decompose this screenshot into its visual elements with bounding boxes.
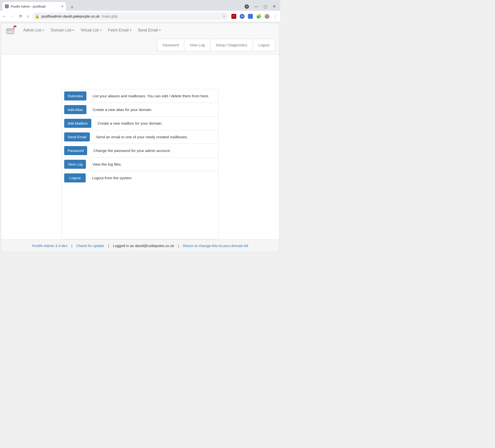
- extension-icon[interactable]: ✳: [240, 14, 245, 19]
- kebab-menu-icon[interactable]: ⋮: [273, 14, 278, 19]
- action-panel: Overview List your aliases and mailboxes…: [62, 89, 219, 239]
- logout-button[interactable]: Logout: [253, 39, 275, 51]
- url-field[interactable]: 🔒 postfixadmin.david.palepurple.co.uk/ma…: [32, 13, 228, 20]
- overview-button[interactable]: Overview: [64, 92, 86, 101]
- panel-row-overview: Overview List your aliases and mailboxes…: [62, 89, 219, 103]
- view-log-action-button[interactable]: View Log: [64, 160, 86, 169]
- tab-bar: Postfix Admin - postfixad × + ▾ — ▢ ✕: [0, 0, 280, 11]
- add-mailbox-desc: Create a new mailbox for your domain.: [98, 121, 163, 126]
- add-alias-desc: Create a new alias for your domain.: [93, 107, 152, 112]
- separator: |: [70, 244, 74, 248]
- extension-icons: 🛡 ✳ 🧩 ⋮: [231, 14, 278, 19]
- new-tab-button[interactable]: +: [68, 3, 76, 11]
- panel-row-password: Password Change the password for your ad…: [62, 144, 219, 157]
- window-controls: ▾ — ▢ ✕: [245, 4, 280, 11]
- page-body: Admin List Domain List Virtual List Fetc…: [1, 23, 279, 252]
- separator: |: [177, 244, 180, 248]
- send-email-button[interactable]: Send Email: [64, 132, 90, 142]
- tab-title: Postfix Admin - postfixad: [11, 5, 59, 8]
- extensions-puzzle-icon[interactable]: 🧩: [256, 14, 261, 19]
- version-link[interactable]: Postfix Admin 3.4-dev: [32, 244, 67, 248]
- nav-send-email[interactable]: Send Email: [138, 28, 161, 32]
- close-window-icon[interactable]: ✕: [273, 4, 276, 9]
- svg-rect-0: [7, 28, 14, 34]
- password-button[interactable]: Password: [157, 39, 185, 51]
- return-link[interactable]: Return to change-this-to-your.domain.tld: [183, 244, 248, 248]
- back-icon[interactable]: ←: [2, 14, 6, 19]
- tab-favicon: [5, 4, 9, 8]
- maximize-icon[interactable]: ▢: [264, 4, 267, 9]
- postfix-logo[interactable]: [5, 25, 17, 35]
- nav-virtual-list[interactable]: Virtual List: [81, 28, 102, 32]
- caret-down-icon: [100, 30, 102, 31]
- view-log-button[interactable]: View Log: [184, 39, 210, 51]
- view-log-desc: View the log files.: [92, 162, 122, 167]
- bookmark-star-icon[interactable]: ☆: [222, 14, 226, 19]
- main-content: Overview List your aliases and mailboxes…: [1, 55, 279, 239]
- panel-row-view-log: View Log View the log files.: [62, 157, 219, 171]
- footer: Postfix Admin 3.4-dev | Check for update…: [1, 239, 279, 252]
- caret-down-icon: [72, 30, 74, 31]
- extension-icon-2[interactable]: [248, 14, 253, 19]
- caret-down-icon: [159, 30, 161, 31]
- browser-chrome: Postfix Admin - postfixad × + ▾ — ▢ ✕ ← …: [0, 0, 280, 22]
- ublock-icon[interactable]: 🛡: [231, 14, 236, 19]
- add-mailbox-button[interactable]: Add Mailbox: [64, 119, 91, 128]
- password-desc: Change the password for your admin accou…: [94, 148, 171, 153]
- separator: |: [107, 244, 110, 248]
- panel-row-send-email: Send Email Send an email to one of your …: [62, 130, 219, 144]
- caret-down-icon: [42, 30, 44, 31]
- logout-action-button[interactable]: Logout: [64, 173, 86, 183]
- address-bar: ← → ⟳ ⌂ 🔒 postfixadmin.david.palepurple.…: [0, 11, 280, 22]
- nav-admin-list[interactable]: Admin List: [23, 28, 44, 32]
- check-update-link[interactable]: Check for update: [76, 244, 104, 248]
- close-tab-icon[interactable]: ×: [61, 4, 63, 8]
- nav-fetch-email[interactable]: Fetch Email: [108, 28, 132, 32]
- top-nav: Admin List Domain List Virtual List Fetc…: [1, 23, 279, 55]
- url-path: /main.php: [102, 14, 118, 18]
- lock-icon: 🔒: [35, 14, 40, 19]
- setup-diagnostics-button[interactable]: Setup / Diagnostics: [210, 39, 253, 51]
- url-host: postfixadmin.david.palepurple.co.uk: [41, 14, 100, 18]
- add-alias-button[interactable]: Add Alias: [64, 105, 86, 114]
- send-email-desc: Send an email to one of your newly creat…: [96, 135, 188, 139]
- svg-rect-1: [14, 26, 16, 27]
- minimize-icon[interactable]: —: [254, 4, 258, 9]
- home-icon[interactable]: ⌂: [27, 14, 29, 19]
- caret-down-icon: [130, 30, 132, 31]
- account-dropdown-icon[interactable]: ▾: [245, 4, 249, 9]
- forward-icon: →: [11, 14, 15, 19]
- profile-avatar-icon[interactable]: [265, 14, 269, 19]
- reload-icon[interactable]: ⟳: [19, 14, 22, 19]
- password-change-button[interactable]: Password: [64, 146, 87, 155]
- overview-desc: List your aliases and mailboxes. You can…: [93, 94, 209, 98]
- panel-row-add-alias: Add Alias Create a new alias for your do…: [62, 103, 219, 116]
- nav-domain-list[interactable]: Domain List: [51, 28, 74, 32]
- panel-row-add-mailbox: Add Mailbox Create a new mailbox for you…: [62, 116, 219, 130]
- browser-tab[interactable]: Postfix Admin - postfixad ×: [2, 2, 66, 11]
- logout-desc: Logout from the system: [92, 176, 132, 180]
- panel-row-logout: Logout Logout from the system: [62, 171, 219, 184]
- logged-in-text: Logged in as david@codepoets.co.uk: [113, 244, 174, 248]
